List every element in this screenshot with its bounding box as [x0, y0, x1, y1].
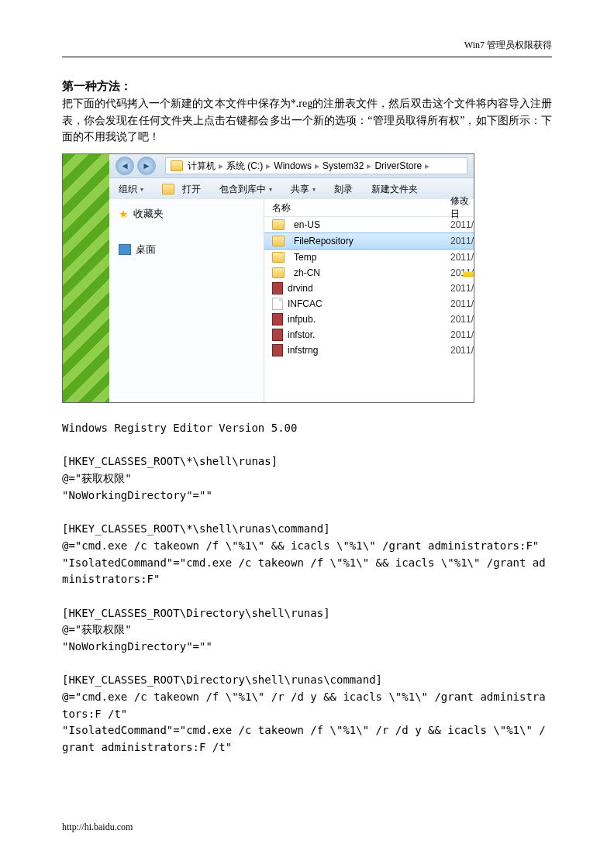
file-list: 名称 修改日 en-US2011/FileRepository2011/Temp…: [264, 199, 474, 402]
nav-forward-button[interactable]: ►: [137, 157, 156, 175]
header-rule: [62, 57, 552, 57]
folder-icon: [272, 219, 285, 230]
file-name: en-US: [294, 219, 320, 230]
explorer-screenshot: ◄ ► 计算机▸ 系统 (C:)▸ Windows▸ System32▸ Dri…: [62, 153, 474, 403]
table-row[interactable]: infpub.2011/: [264, 312, 474, 327]
file-date: 2011/: [443, 329, 474, 340]
intro-paragraph: 把下面的代码拷入一个新建的文本文件中保存为*.reg的注册表文件，然后双击这个文…: [62, 95, 552, 146]
rar-icon: [272, 282, 283, 294]
explorer-sidebar: ★收藏夹 桌面: [109, 199, 264, 402]
file-name: Temp: [294, 252, 316, 263]
file-date: 2011/: [443, 283, 474, 294]
toolbar-share[interactable]: 共享▾: [281, 183, 325, 196]
table-row[interactable]: infstrng2011/: [264, 343, 474, 358]
table-row[interactable]: infstor.2011/: [264, 327, 474, 343]
explorer-toolbar: 组织▾ 打开 包含到库中▾ 共享▾ 刻录 新建文件夹: [109, 178, 474, 201]
folder-icon: [272, 267, 285, 278]
toolbar-burn[interactable]: 刻录: [325, 183, 362, 196]
rar-icon: [272, 313, 283, 326]
file-icon: [272, 298, 283, 310]
file-name: infstor.: [288, 329, 315, 340]
table-row[interactable]: drvind2011/: [264, 281, 474, 296]
rar-icon: [272, 329, 283, 341]
wallpaper-stripe: [63, 154, 109, 402]
file-date: 2011/: [443, 314, 474, 325]
file-date: 2011/: [443, 236, 474, 246]
explorer-titlebar: ◄ ► 计算机▸ 系统 (C:)▸ Windows▸ System32▸ Dri…: [109, 154, 474, 178]
file-name: FileRepository: [294, 236, 354, 246]
crumb[interactable]: 计算机: [188, 160, 216, 173]
star-icon: ★: [119, 208, 129, 220]
crumb[interactable]: 系统 (C:): [226, 160, 263, 173]
toolbar-organize[interactable]: 组织▾: [109, 183, 153, 196]
table-row[interactable]: Temp2011/: [264, 250, 474, 265]
desktop-icon: [119, 244, 131, 255]
nav-back-button[interactable]: ◄: [116, 157, 134, 175]
folder-icon: [272, 236, 285, 246]
file-name: drvind: [288, 283, 313, 294]
sidebar-favorites[interactable]: ★收藏夹: [119, 207, 254, 221]
crumb[interactable]: DriverStore: [374, 160, 422, 171]
table-row[interactable]: zh-CN2011/: [264, 265, 474, 281]
explorer-window: ◄ ► 计算机▸ 系统 (C:)▸ Windows▸ System32▸ Dri…: [109, 154, 474, 402]
breadcrumb[interactable]: 计算机▸ 系统 (C:)▸ Windows▸ System32▸ DriverS…: [165, 157, 467, 174]
table-row[interactable]: FileRepository2011/: [264, 232, 474, 250]
crumb[interactable]: Windows: [274, 160, 312, 171]
method-heading: 第一种方法：: [62, 79, 552, 94]
file-name: infstrng: [288, 345, 318, 356]
rar-icon: [272, 344, 283, 356]
registry-code: Windows Registry Editor Version 5.00 [HK…: [62, 420, 552, 756]
file-name: zh-CN: [294, 267, 320, 278]
table-row[interactable]: INFCAC2011/: [264, 296, 474, 312]
file-name: INFCAC: [288, 298, 323, 309]
file-date: 2011/: [443, 298, 474, 309]
page-footer: http://hi.baidu.com: [62, 822, 133, 833]
file-date: 2011/: [443, 252, 474, 263]
crumb[interactable]: System32: [323, 160, 364, 171]
folder-icon: [272, 252, 285, 263]
table-row[interactable]: en-US2011/: [264, 217, 474, 232]
toolbar-open[interactable]: 打开: [153, 183, 210, 196]
file-name: infpub.: [288, 314, 316, 325]
page-header-right: Win7 管理员权限获得: [62, 39, 552, 52]
column-headers[interactable]: 名称 修改日: [264, 199, 474, 217]
folder-icon: [162, 184, 174, 195]
folder-icon: [171, 160, 183, 171]
file-date: 2011/: [443, 345, 474, 356]
sidebar-desktop[interactable]: 桌面: [119, 243, 254, 257]
toolbar-include[interactable]: 包含到库中▾: [210, 183, 281, 196]
file-date: 2011/: [443, 219, 474, 230]
toolbar-newfolder[interactable]: 新建文件夹: [362, 183, 427, 196]
